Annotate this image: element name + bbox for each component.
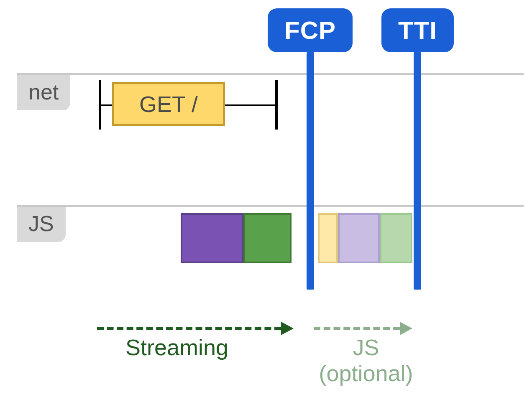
lane-js-label: JS (17, 207, 66, 242)
arrow-js-optional-label: JS (optional) (318, 334, 414, 386)
arrow-js-optional-line1: JS (353, 335, 379, 360)
js-task-purple (181, 213, 243, 263)
net-request-box: GET / (112, 82, 225, 126)
arrow-streaming-label: Streaming (125, 334, 228, 360)
arrow-js-optional-head-icon (400, 322, 412, 335)
timeline-diagram: net GET / JS FCP TTI Streaming JS (optio… (0, 0, 532, 407)
marker-fcp-badge: FCP (268, 8, 353, 52)
net-request-label: GET / (139, 91, 198, 117)
arrow-streaming-head-icon (281, 322, 294, 335)
marker-tti-stem (414, 52, 421, 290)
arrow-streaming-line (97, 327, 281, 330)
arrow-streaming (97, 322, 294, 335)
arrow-js-optional (314, 322, 412, 335)
marker-tti-badge: TTI (381, 8, 454, 52)
lane-net-label: net (17, 75, 70, 110)
marker-fcp-stem (307, 52, 314, 290)
arrow-js-optional-line2: (optional) (319, 361, 413, 386)
marker-tti: TTI (381, 8, 454, 290)
arrow-js-optional-line (314, 327, 400, 330)
net-request-start-tick (99, 80, 101, 130)
marker-fcp: FCP (268, 8, 353, 290)
